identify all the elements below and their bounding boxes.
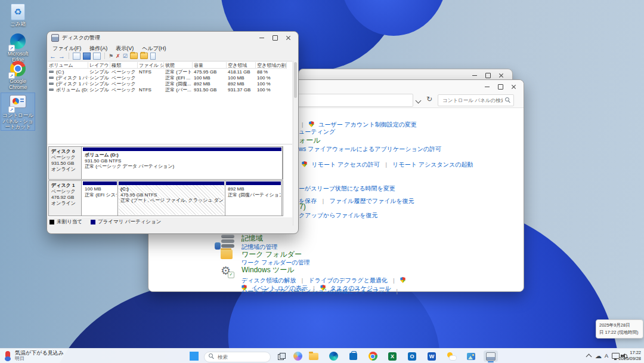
maximize-button[interactable] <box>481 71 494 79</box>
legend-label: 未割り当て <box>57 219 82 226</box>
weather-widget[interactable]: 気温が下がる見込み 明日 <box>4 350 64 361</box>
taskbar-search <box>204 350 271 361</box>
cloud-icon: ☁ <box>595 352 602 359</box>
link-sleep-settings[interactable]: ーがスリープ状態になる時間を変更 <box>299 184 395 193</box>
link-schedule-tasks[interactable]: タスクのスケジュール <box>330 285 391 291</box>
column-header[interactable]: 空き領域 <box>227 62 256 69</box>
maximize-button[interactable] <box>494 82 507 91</box>
partition-efi[interactable]: 100 MB 正常 (EFI システム パ <box>82 181 118 216</box>
link-backup-restore-files[interactable]: クアップからファイルを復元 <box>299 211 378 220</box>
taskbar-clock[interactable]: 17:22 2025/09/28 <box>618 350 641 362</box>
heading-firewall[interactable]: ォール <box>299 136 321 146</box>
disk-graph-pane: ディスク 0 ベーシック 931.50 GB オンライン ボリューム (D:) … <box>48 144 292 217</box>
copilot-icon <box>293 352 302 361</box>
column-header[interactable]: レイアウト <box>88 62 110 69</box>
file-explorer-button[interactable] <box>306 350 321 362</box>
onedrive-tray[interactable]: ☁ <box>595 349 602 363</box>
back-icon[interactable]: ← <box>49 53 56 60</box>
taskbar: 気温が下がる見込み 明日 X O W ☁ A 17:22 2025/09/28 <box>0 348 644 363</box>
partition-d[interactable]: ボリューム (D:) 931.50 GB NTFS 正常 (ベーシック データ … <box>82 147 283 179</box>
maximize-button[interactable] <box>268 33 281 42</box>
photos-button[interactable] <box>464 350 478 362</box>
minimize-button[interactable] <box>255 33 268 42</box>
show-console-tree-icon[interactable] <box>73 53 80 60</box>
desktop-icon-chrome[interactable]: ➚ Google Chrome <box>1 60 35 90</box>
column-header[interactable]: 空き領域の割... <box>256 62 287 69</box>
edge-button[interactable] <box>326 350 340 362</box>
control-panel-search <box>438 94 514 106</box>
disk0-info[interactable]: ディスク 0 ベーシック 931.50 GB オンライン <box>49 147 82 179</box>
desktop-icon-control-panel[interactable]: ➚ コントロール パネル - ショートカット <box>1 93 35 130</box>
tooltip-time: 日 17:22 (現地時間) <box>599 329 640 336</box>
table-row[interactable]: (ディスク 1 パーティシ... シンプルベーシック 正常 (EFI ... 1… <box>48 75 292 81</box>
chrome-button[interactable] <box>366 350 380 362</box>
close-button[interactable] <box>281 33 295 42</box>
column-header[interactable]: ボリューム <box>48 62 88 69</box>
table-row[interactable]: (ディスク 1 パーティシ... シンプルベーシック 正常 (回復... 892… <box>48 81 292 87</box>
desktop-icon-edge[interactable]: ➚ Microsoft Edge <box>1 33 35 63</box>
column-header[interactable]: 状態 <box>164 62 193 69</box>
partition-c[interactable]: (C:) 475.95 GB NTFS 正常 (ブート, ページ ファイル, ク… <box>118 181 225 216</box>
refresh-icon[interactable]: ↻ <box>426 95 432 103</box>
heading-storage-spaces[interactable]: 記憶域 <box>242 233 263 244</box>
widget-headline: 気温が下がる見込み <box>15 350 64 356</box>
volume-icon <box>49 82 54 85</box>
column-header[interactable]: ファイル システム <box>138 62 164 69</box>
partition-recovery[interactable]: 892 MB 正常 (回復パーティション) <box>225 181 282 216</box>
minimize-button[interactable] <box>481 82 494 91</box>
desktop-icon-recycle-bin[interactable]: ♻ ごみ箱 <box>1 3 35 27</box>
open-folder-icon[interactable] <box>130 53 138 59</box>
scrollbar[interactable] <box>293 61 298 226</box>
delete-icon[interactable]: ✗ <box>116 53 120 59</box>
word-button[interactable]: W <box>425 350 439 362</box>
clock-date: 2025/09/28 <box>618 356 641 362</box>
check-icon[interactable]: ☑ <box>123 53 128 59</box>
store-button[interactable] <box>346 350 360 362</box>
link-view-event-logs[interactable]: イベント ログの表示 <box>251 285 307 291</box>
link-filehistory-restore[interactable]: ファイル履歴でファイルを復元 <box>329 198 414 204</box>
disk1-info[interactable]: ディスク 1 ベーシック 476.92 GB オンライン <box>49 181 82 216</box>
link-remote-access[interactable]: リモート アクセスの許可 <box>311 161 380 168</box>
show-action-pane-icon[interactable] <box>93 53 101 60</box>
separator: | <box>386 162 387 168</box>
excel-icon: X <box>388 352 397 361</box>
column-header[interactable]: 種類 <box>110 62 138 69</box>
view-icon[interactable] <box>150 53 156 60</box>
search-input[interactable] <box>438 94 514 106</box>
copilot-button[interactable] <box>290 350 305 362</box>
close-button[interactable] <box>507 82 520 91</box>
help-icon[interactable] <box>83 53 91 60</box>
start-button[interactable] <box>190 352 199 361</box>
disk-management-button[interactable] <box>484 350 498 362</box>
link-uac-settings[interactable]: ユーザー アカウント制御設定の変更 <box>318 121 417 128</box>
desktop-icon-label: コントロール パネル - ショートカット <box>1 113 35 130</box>
ime-indicator[interactable]: A <box>605 349 608 363</box>
search-icon <box>209 353 214 359</box>
table-row[interactable]: (C:) シンプルベーシック NTFS正常 (ブート... 475.95 GB4… <box>48 69 292 75</box>
close-button[interactable] <box>494 71 507 79</box>
disk-management-window: ディスクの管理 ファイル(F) 操作(A) 表示(V) ヘルプ(H) ← → ⚑… <box>47 31 299 234</box>
minimize-button[interactable] <box>468 71 481 79</box>
scrollbar-thumb[interactable] <box>294 62 297 98</box>
explore-folder-icon[interactable] <box>140 53 148 59</box>
separator: | <box>302 122 303 128</box>
chrome-icon <box>369 352 377 361</box>
excel-button[interactable]: X <box>385 350 400 362</box>
table-row[interactable]: ボリューム (D:) シンプルベーシック NTFS正常 (バー... 931.5… <box>48 87 292 93</box>
chevron-down-icon[interactable] <box>416 98 422 104</box>
desktop-icon-label: Google Chrome <box>1 79 35 90</box>
link-firewall-allow-app[interactable]: ws ファイアウォールによるアプリケーションの許可 <box>299 145 441 153</box>
tray-chevron[interactable] <box>587 349 591 363</box>
forward-icon[interactable]: → <box>58 53 65 60</box>
properties-icon[interactable]: ⚑ <box>109 53 113 59</box>
heading-backup-restore[interactable]: 7) <box>299 202 306 211</box>
outlook-button[interactable]: O <box>405 350 419 362</box>
disk-management-icon <box>486 352 496 361</box>
link-troubleshooting[interactable]: ューティング <box>299 128 335 136</box>
link-remote-assistance[interactable]: リモート アシスタンスの起動 <box>392 161 473 168</box>
task-view-button[interactable] <box>274 350 289 362</box>
chevron-up-icon <box>586 354 592 360</box>
column-header[interactable]: 容量 <box>193 62 227 69</box>
weather-app-button[interactable] <box>444 350 459 362</box>
volume-icon <box>49 76 54 79</box>
